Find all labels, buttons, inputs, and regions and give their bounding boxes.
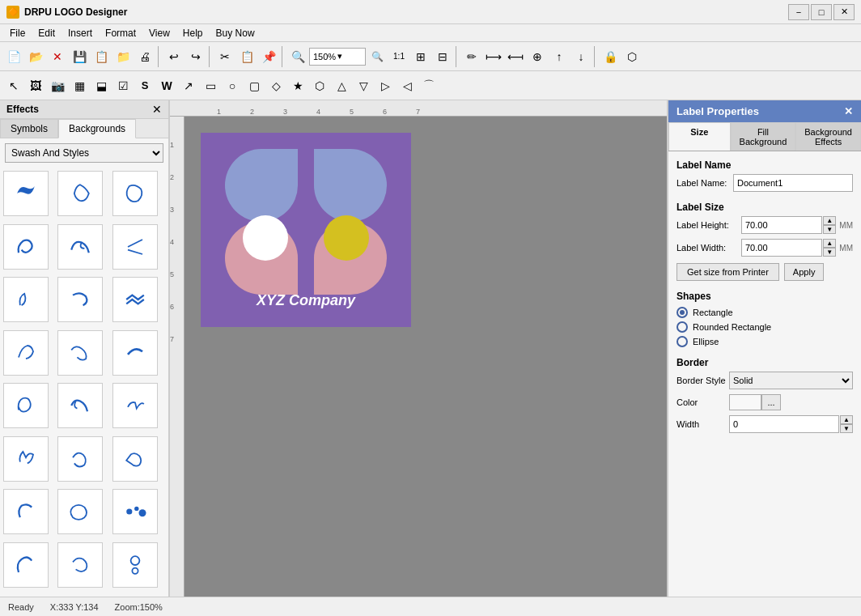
border-width-down[interactable]: ▼ [840,424,853,433]
menu-insert[interactable]: Insert [62,26,99,40]
effect-item[interactable] [112,489,158,534]
align-right-button[interactable]: ⟻ [505,46,526,67]
zoom-100-button[interactable]: 1:1 [388,46,409,67]
width-input[interactable] [741,239,822,257]
grid-button[interactable]: ⊟ [432,46,453,67]
tab-background-effects[interactable]: Background Effects [795,122,861,151]
label-name-input[interactable] [733,174,853,192]
zoom-in-button[interactable]: 🔍 [287,46,308,67]
menu-file[interactable]: File [3,26,32,40]
shape-ellipse[interactable]: Ellipse [676,336,853,347]
panel-close-button[interactable]: ✕ [152,104,162,115]
border-style-select[interactable]: Solid Dashed Dotted None [729,372,853,389]
align-left-button[interactable]: ⟼ [483,46,504,67]
arrow-right-button[interactable]: ▷ [375,75,396,96]
layers-button[interactable]: ▦ [69,75,90,96]
ellipse-radio[interactable] [676,336,688,347]
ellipse-btn[interactable]: ○ [222,75,243,96]
effect-item[interactable] [57,436,103,482]
open-button[interactable]: 📂 [25,46,46,67]
rect-button[interactable]: ▭ [200,75,221,96]
text-button[interactable]: S [134,75,155,96]
zoom-out-button[interactable]: 🔍 [367,46,388,67]
height-input[interactable] [741,216,822,234]
shape-rectangle[interactable]: Rectangle [676,307,853,318]
cursor-button[interactable]: ↗ [178,75,199,96]
word-button[interactable]: W [156,75,177,96]
open-folder-button[interactable]: 📁 [112,46,134,67]
effect-item[interactable] [112,542,158,588]
apply-button[interactable]: Apply [784,263,825,281]
select-button[interactable]: ↖ [3,75,24,96]
maximize-button[interactable]: □ [811,4,832,20]
menu-help[interactable]: Help [176,26,210,40]
border-width-up[interactable]: ▲ [840,415,853,424]
tab-size[interactable]: Size [668,122,731,151]
effect-item[interactable] [112,171,158,216]
shape-rounded-rectangle[interactable]: Rounded Rectangle [676,321,853,333]
top-button[interactable]: ↑ [549,46,570,67]
effect-item[interactable] [3,171,49,216]
save-as-button[interactable]: 📋 [91,46,112,67]
close-file-button[interactable]: ✕ [47,46,68,67]
rounded-rect-button[interactable]: ▢ [244,75,265,96]
tab-backgrounds[interactable]: Backgrounds [58,119,136,138]
minimize-button[interactable]: − [788,4,809,20]
effect-item[interactable] [3,542,49,588]
curve-button[interactable]: ⌒ [418,75,439,96]
width-down[interactable]: ▼ [823,248,836,257]
effect-item[interactable] [3,383,49,428]
menu-edit[interactable]: Edit [32,26,62,40]
cut-button[interactable]: ✂ [214,46,235,67]
right-panel-close[interactable]: ✕ [844,105,853,117]
bottom-button[interactable]: ↓ [570,46,592,67]
pencil-button[interactable]: ✏ [461,46,482,67]
effect-item[interactable] [57,224,103,270]
fit-page-button[interactable]: ⊞ [410,46,431,67]
polygon-button[interactable]: ⬡ [309,75,330,96]
paste-button[interactable]: 📌 [258,46,279,67]
center-button[interactable]: ⊕ [527,46,548,67]
effect-item[interactable] [57,383,103,428]
menu-buy-now[interactable]: Buy Now [210,26,261,40]
tab-symbols[interactable]: Symbols [0,119,58,138]
menu-format[interactable]: Format [99,26,142,40]
triangle-up-button[interactable]: △ [331,75,352,96]
height-up[interactable]: ▲ [823,216,836,225]
canvas-workspace[interactable]: XYZ Company [184,117,667,597]
export-button[interactable]: ⬡ [621,46,643,67]
print-button[interactable]: 🖨 [134,46,155,67]
border-width-input[interactable] [729,415,839,433]
effect-item[interactable] [112,330,158,376]
effect-item[interactable] [57,489,103,534]
arrow-left-button[interactable]: ◁ [397,75,418,96]
rounded-rectangle-radio[interactable] [676,321,688,333]
diamond-button[interactable]: ◇ [265,75,286,96]
effect-item[interactable] [3,330,49,376]
triangle-down-button[interactable]: ▽ [353,75,374,96]
undo-button[interactable]: ↩ [163,46,184,67]
copy-button[interactable]: 📋 [236,46,257,67]
effect-item[interactable] [57,542,103,588]
menu-view[interactable]: View [142,26,176,40]
redo-button[interactable]: ↪ [185,46,206,67]
image-button[interactable]: 🖼 [25,75,46,96]
color-picker-button[interactable]: ... [761,394,781,410]
height-down[interactable]: ▼ [823,225,836,234]
star-button[interactable]: ★ [287,75,308,96]
save-button[interactable]: 💾 [69,46,90,67]
effect-item[interactable] [57,171,103,216]
checkbox-button[interactable]: ☑ [112,75,134,96]
style-dropdown[interactable]: Swash And Styles Ornaments Borders Arrow… [5,143,163,163]
lock-button[interactable]: 🔒 [600,46,621,67]
effect-item[interactable] [3,489,49,534]
import-button[interactable]: ⬓ [91,75,112,96]
effect-item[interactable] [112,436,158,482]
effect-item[interactable] [3,277,49,322]
effect-item[interactable] [3,224,49,270]
effect-item[interactable] [3,436,49,482]
effect-item[interactable] [57,330,103,376]
close-button[interactable]: ✕ [833,4,855,20]
color-swatch[interactable] [729,394,761,410]
tab-fill-background[interactable]: Fill Background [731,122,796,151]
